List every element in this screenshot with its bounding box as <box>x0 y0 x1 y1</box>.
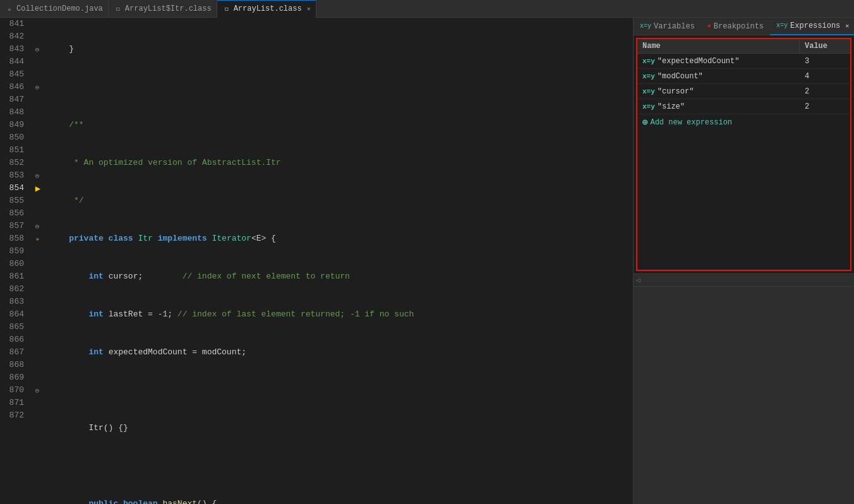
tab-label-active: ArrayList.class <box>234 4 302 13</box>
arrow-858: ▸ <box>35 234 40 244</box>
code-line-843: /** <box>49 119 628 131</box>
expr-label-2: "cursor" <box>658 87 694 96</box>
tab-label: ArrayList$Itr.class <box>125 4 212 13</box>
panel-tab-breakpoints[interactable]: ● Breakpoints <box>701 18 770 35</box>
tab-bar: ☕ CollectionDemo.java ◻ ArrayList$Itr.cl… <box>0 0 854 18</box>
code-line-849: int expectedModCount = modCount; <box>49 346 628 359</box>
line-numbers: 841 842 843 844 845 846 847 848 849 850 … <box>0 18 32 504</box>
expr-row-3[interactable]: x=y "size" 2 <box>637 99 850 114</box>
code-line-842 <box>49 81 628 93</box>
current-line-arrow: ▶ <box>35 183 40 194</box>
main-area: 841 842 843 844 845 846 847 848 849 850 … <box>0 18 854 504</box>
header-name: Name <box>637 39 800 53</box>
code-line-841: } <box>49 43 628 56</box>
expr-name-3: x=y "size" <box>637 102 800 111</box>
add-expression-label: Add new expression <box>650 118 732 127</box>
panel-tabs: x=y Variables ● Breakpoints x=y Expressi… <box>634 18 854 35</box>
expr-icon-2: x=y <box>642 88 655 95</box>
expr-icon-1: x=y <box>642 73 655 80</box>
expressions-label: Expressions <box>790 21 840 30</box>
expr-value-2: 2 <box>800 87 850 96</box>
tab-label: CollectionDemo.java <box>16 4 103 13</box>
expr-name-0: x=y "expectedModCount" <box>637 57 800 66</box>
variables-icon: x=y <box>640 23 651 30</box>
code-editor[interactable]: } /** * An optimized version of Abstract… <box>44 18 633 504</box>
panel-tab-expressions[interactable]: x=y Expressions ✕ <box>770 18 854 35</box>
breakpoint-column: ⊖ ⊖ ⊖ ▶ ⊖ ▸ <box>32 18 44 504</box>
expr-row-0[interactable]: x=y "expectedModCount" 3 <box>637 54 850 69</box>
expr-name-1: x=y "modCount" <box>637 72 800 81</box>
expressions-icon: x=y <box>776 22 788 29</box>
breakpoints-label: Breakpoints <box>714 22 764 31</box>
panel-bottom: ◁ <box>634 273 854 505</box>
panel-tab-variables[interactable]: x=y Variables <box>634 18 701 35</box>
expr-value-0: 3 <box>800 57 850 66</box>
expr-value-1: 4 <box>800 72 850 81</box>
expr-row-1[interactable]: x=y "modCount" 4 <box>637 69 850 84</box>
expr-value-3: 2 <box>800 102 850 111</box>
class-file-icon: ◻ <box>114 4 123 13</box>
code-line-851: Itr() {} <box>49 422 628 435</box>
code-line-846: private class Itr implements Iterator<E>… <box>49 232 628 245</box>
expr-label-1: "modCount" <box>658 72 703 81</box>
header-value: Value <box>800 39 850 53</box>
fold-846[interactable]: ⊖ <box>35 83 40 92</box>
breakpoints-icon: ● <box>707 23 711 30</box>
fold-843[interactable]: ⊖ <box>35 45 40 54</box>
expr-label-0: "expectedModCount" <box>658 57 740 66</box>
add-expression-icon: ⊕ <box>642 117 647 128</box>
fold-857[interactable]: ⊖ <box>35 222 40 231</box>
tab-arraylist-itr[interactable]: ◻ ArrayList$Itr.class <box>109 0 217 18</box>
code-container[interactable]: 841 842 843 844 845 846 847 848 849 850 … <box>0 18 633 504</box>
panel-scroll-indicator[interactable]: ◁ <box>636 276 640 284</box>
fold-853[interactable]: ⊖ <box>35 172 40 180</box>
editor-area: 841 842 843 844 845 846 847 848 849 850 … <box>0 18 633 504</box>
code-line-845: */ <box>49 195 628 207</box>
fold-870[interactable]: ⊖ <box>35 387 40 395</box>
close-expressions-icon[interactable]: ✕ <box>845 22 849 30</box>
code-line-853: public boolean hasNext() { <box>49 498 628 504</box>
expr-name-2: x=y "cursor" <box>637 87 800 96</box>
code-line-844: * An optimized version of AbstractList.I… <box>49 157 628 169</box>
code-line-852 <box>49 460 628 472</box>
code-line-850 <box>49 384 628 397</box>
code-line-847: int cursor; // index of next element to … <box>49 270 628 283</box>
class-file-icon-active: ◻ <box>222 4 231 13</box>
expr-label-3: "size" <box>658 102 685 111</box>
variables-label: Variables <box>654 22 695 31</box>
expr-icon-3: x=y <box>642 103 655 111</box>
right-panel: x=y Variables ● Breakpoints x=y Expressi… <box>633 18 854 504</box>
tab-arraylist[interactable]: ◻ ArrayList.class ✕ <box>217 0 316 18</box>
tab-collection-demo[interactable]: ☕ CollectionDemo.java <box>0 0 109 18</box>
expressions-header: Name Value <box>637 39 850 54</box>
add-expression-row[interactable]: ⊕ Add new expression <box>637 114 850 130</box>
code-line-848: int lastRet = -1; // index of last eleme… <box>49 308 628 321</box>
java-file-icon: ☕ <box>5 4 14 13</box>
tab-close-button[interactable]: ✕ <box>307 5 311 13</box>
expressions-panel: Name Value x=y "expectedModCount" 3 x=y … <box>636 38 851 271</box>
expr-icon-0: x=y <box>642 57 655 65</box>
expr-row-2[interactable]: x=y "cursor" 2 <box>637 84 850 99</box>
